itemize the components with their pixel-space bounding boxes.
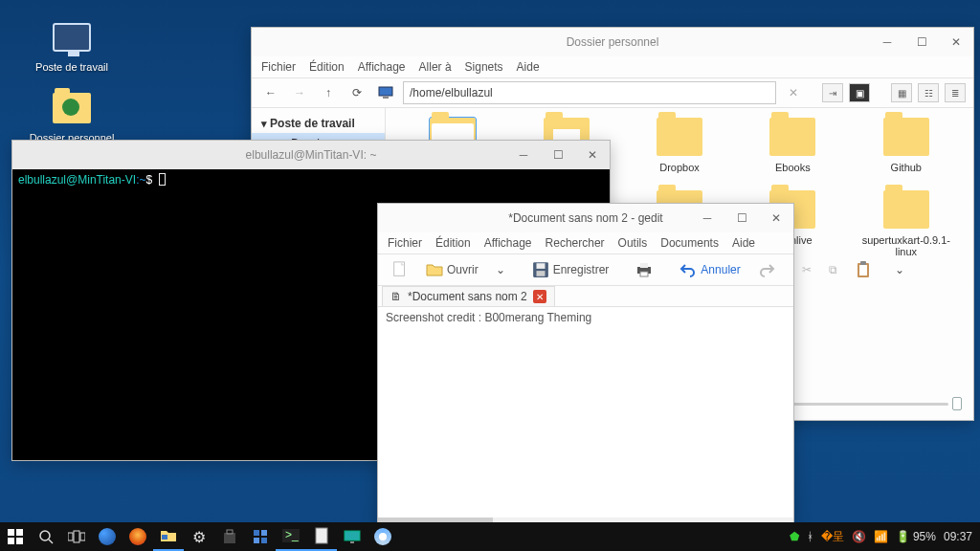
menu-documents[interactable]: Documents <box>660 236 719 250</box>
path-input[interactable] <box>403 81 776 104</box>
print-button[interactable] <box>630 257 658 282</box>
svg-rect-14 <box>8 538 14 544</box>
desktop-icon-home[interactable]: Dossier personnel <box>29 88 115 143</box>
svg-point-16 <box>40 531 50 540</box>
folder-item[interactable]: Github <box>855 118 958 173</box>
taskbar-terminal[interactable]: >_ <box>276 522 306 551</box>
tray-wifi-icon[interactable]: 📶 <box>874 530 888 543</box>
terminal-prompt-user: elbullazul@MinTitan-VI <box>18 173 136 187</box>
minimize-button[interactable]: ─ <box>690 204 724 232</box>
tray-volume-icon[interactable]: 🔇 <box>852 530 866 543</box>
menu-search[interactable]: Rechercher <box>546 236 605 250</box>
taskbar-chromium[interactable] <box>368 522 398 551</box>
taskbar-store[interactable] <box>214 522 245 551</box>
svg-rect-21 <box>162 535 167 540</box>
toggle-path-button[interactable]: ⇥ <box>822 83 843 102</box>
cut-button[interactable]: ✂ <box>796 257 817 282</box>
file-manager-titlebar[interactable]: Dossier personnel ─ ☐ ✕ <box>252 28 973 56</box>
folder-item[interactable]: supertuxkart-0.9.1-linux <box>855 190 958 257</box>
svg-rect-15 <box>16 538 23 544</box>
menu-tools[interactable]: Outils <box>618 236 648 250</box>
taskbar-gedit[interactable] <box>306 522 337 551</box>
maximize-button[interactable]: ☐ <box>904 28 939 56</box>
undo-button[interactable]: Annuler <box>674 257 746 282</box>
taskbar-settings[interactable]: ⚙ <box>184 522 214 551</box>
reload-button[interactable]: ⟳ <box>345 81 368 104</box>
terminal-prompt-symbol: $ <box>145 173 152 187</box>
menu-bookmarks[interactable]: Signets <box>465 60 503 74</box>
minimize-button[interactable]: ─ <box>870 28 904 56</box>
display-icon <box>344 530 361 543</box>
taskbar-monitor[interactable] <box>337 522 368 551</box>
close-button[interactable]: ✕ <box>939 28 973 56</box>
start-button[interactable] <box>0 522 31 551</box>
windows-icon <box>8 529 23 544</box>
svg-line-17 <box>49 540 53 543</box>
menu-view[interactable]: Affichage <box>358 60 406 74</box>
new-button[interactable] <box>386 257 414 282</box>
open-dropdown[interactable]: ⌄ <box>490 257 511 282</box>
redo-button[interactable] <box>752 257 781 282</box>
svg-rect-10 <box>859 265 867 276</box>
tray-battery[interactable]: 🔋95% <box>896 530 936 543</box>
gedit-titlebar[interactable]: *Document sans nom 2 - gedit ─ ☐ ✕ <box>378 204 793 232</box>
maximize-button[interactable]: ☐ <box>724 204 759 232</box>
menu-edit[interactable]: Édition <box>435 236 471 250</box>
menu-file[interactable]: Fichier <box>261 60 296 74</box>
menu-edit[interactable]: Édition <box>309 60 345 74</box>
terminal-here-button[interactable]: ▣ <box>849 83 870 102</box>
tray-updates-icon[interactable]: �呈 <box>821 529 844 545</box>
terminal-title: elbullazul@MinTitan-VI: ~ <box>246 148 377 162</box>
tab-close-button[interactable]: ✕ <box>533 290 546 303</box>
up-button[interactable]: ↑ <box>317 81 340 104</box>
svg-rect-7 <box>640 263 648 268</box>
menu-file[interactable]: Fichier <box>388 236 422 250</box>
taskview-icon <box>68 530 85 543</box>
tray-bluetooth-icon[interactable]: ᚼ <box>807 530 813 543</box>
back-button[interactable]: ← <box>259 81 282 104</box>
minimize-button[interactable]: ─ <box>506 141 541 169</box>
tray-clock[interactable]: 09:37 <box>944 530 972 543</box>
folder-item[interactable]: Ebooks <box>741 118 844 173</box>
taskbar-firefox[interactable] <box>122 522 153 551</box>
close-button[interactable]: ✕ <box>759 204 793 232</box>
toolbar-overflow[interactable]: ⌄ <box>889 257 910 282</box>
taskbar-thunderbird[interactable] <box>92 522 122 551</box>
sidebar-header[interactable]: ▾ Poste de travail <box>252 114 385 133</box>
save-button[interactable]: Enregistrer <box>526 257 615 282</box>
view-list-button[interactable]: ≣ <box>945 83 966 102</box>
desktop-icon-computer[interactable]: Poste de travail <box>29 17 115 73</box>
view-icons-button[interactable]: ▦ <box>891 83 912 102</box>
forward-button[interactable]: → <box>288 81 311 104</box>
gedit-tab[interactable]: 🗎 *Document sans nom 2 ✕ <box>382 286 555 306</box>
gedit-editor[interactable]: Screenshot credit : B00merang Theming <box>378 307 793 518</box>
gedit-toolbar: Ouvrir ⌄ Enregistrer Annuler ✂ ⧉ ⌄ <box>378 253 793 286</box>
paste-button[interactable] <box>849 257 878 282</box>
grid-icon <box>253 529 268 544</box>
svg-text:>_: >_ <box>285 529 299 541</box>
terminal-titlebar[interactable]: elbullazul@MinTitan-VI: ~ ─ ☐ ✕ <box>12 141 610 169</box>
tray-shield-icon[interactable]: ⬟ <box>790 530 799 543</box>
open-button[interactable]: Ouvrir <box>420 257 484 282</box>
close-button[interactable]: ✕ <box>575 141 610 169</box>
copy-button[interactable]: ⧉ <box>823 257 843 282</box>
home-folder-icon <box>52 88 92 128</box>
menu-view[interactable]: Affichage <box>484 236 532 250</box>
taskbar-appgrid[interactable] <box>245 522 276 551</box>
bag-icon <box>222 529 237 544</box>
home-button[interactable] <box>374 81 397 104</box>
clear-path-button[interactable]: ✕ <box>782 81 805 104</box>
file-manager-title: Dossier personnel <box>567 35 659 49</box>
view-compact-button[interactable]: ☷ <box>918 83 939 102</box>
menu-help[interactable]: Aide <box>732 236 755 250</box>
taskview-button[interactable] <box>61 522 92 551</box>
folder-item[interactable]: Dropbox <box>628 118 731 173</box>
maximize-button[interactable]: ☐ <box>541 141 575 169</box>
search-button[interactable] <box>31 522 61 551</box>
folder-icon <box>160 528 177 543</box>
menu-help[interactable]: Aide <box>517 60 540 74</box>
taskbar-files[interactable] <box>153 522 184 551</box>
printer-icon <box>635 261 653 278</box>
search-icon <box>38 529 54 544</box>
menu-go[interactable]: Aller à <box>419 60 452 74</box>
